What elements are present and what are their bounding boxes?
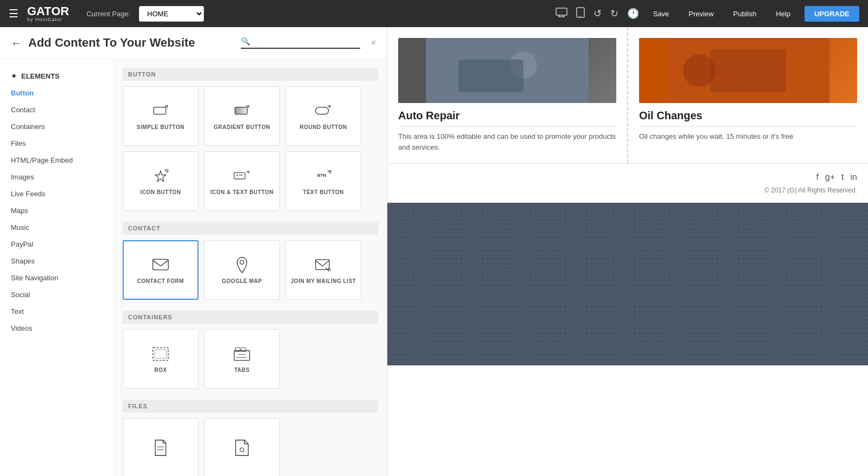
containers-section: CONTAINERS BOX <box>123 311 378 389</box>
tablet-icon[interactable] <box>576 7 585 21</box>
preview-inner: Auto Repair This area is 100% editable a… <box>387 27 868 476</box>
icon-text-button-icon <box>233 168 251 185</box>
svg-marker-15 <box>237 174 238 176</box>
search-input[interactable] <box>253 37 351 46</box>
preview-heading-1: Auto Repair <box>398 110 616 127</box>
sidebar-item-live-feeds[interactable]: Live Feeds <box>0 185 113 202</box>
file1-card[interactable] <box>123 418 199 476</box>
icon-button-label: ICON BUTTON <box>141 189 181 195</box>
files-section-label: FILES <box>123 400 378 413</box>
contact-section-label: CONTACT <box>123 222 378 235</box>
sidebar-item-social[interactable]: Social <box>0 286 113 303</box>
round-button-label: ROUND BUTTON <box>300 124 347 130</box>
svg-rect-39 <box>710 49 786 92</box>
sidebar: ✦ ELEMENTS Button Contact Containers Fil… <box>0 59 114 476</box>
facebook-icon[interactable]: f <box>816 172 818 182</box>
save-button[interactable]: Save <box>648 7 675 21</box>
round-button-card[interactable]: ROUND BUTTON <box>285 86 361 146</box>
svg-point-21 <box>240 260 244 264</box>
svg-line-13 <box>165 170 168 173</box>
preview-button[interactable]: Preview <box>683 7 719 21</box>
website-preview: Auto Repair This area is 100% editable a… <box>387 27 868 476</box>
icon-button-card[interactable]: ICON BUTTON <box>123 151 199 211</box>
desktop-icon[interactable] <box>556 8 567 20</box>
tabs-label: TABS <box>234 367 250 373</box>
text-button-label: TEXT BUTTON <box>303 189 343 195</box>
file2-icon <box>233 439 251 456</box>
svg-rect-27 <box>234 350 250 360</box>
main-layout: ← Add Content To Your Website 🔍 × ✦ ELEM… <box>0 0 868 476</box>
svg-rect-37 <box>458 60 524 92</box>
sidebar-item-maps[interactable]: Maps <box>0 202 113 219</box>
sidebar-item-music[interactable]: Music <box>0 219 113 236</box>
tabs-card[interactable]: TABS <box>204 329 280 389</box>
text-button-card[interactable]: BTN TEXT BUTTON <box>285 151 361 211</box>
preview-heading-2: Oil Changes <box>639 110 857 127</box>
google-map-label: GOOGLE MAP <box>222 278 262 284</box>
sidebar-item-text[interactable]: Text <box>0 303 113 320</box>
sidebar-item-shapes[interactable]: Shapes <box>0 253 113 269</box>
close-icon[interactable]: × <box>371 38 376 48</box>
svg-point-40 <box>683 54 716 87</box>
sidebar-item-containers[interactable]: Containers <box>0 118 113 135</box>
publish-button[interactable]: Publish <box>728 7 762 21</box>
googleplus-icon[interactable]: g+ <box>825 172 835 182</box>
sidebar-item-files[interactable]: Files <box>0 135 113 152</box>
preview-footer: f g+ t in © 2017 (G) All Rights Reserved… <box>387 163 868 203</box>
contact-form-label: CONTACT FORM <box>137 278 184 284</box>
containers-section-label: CONTAINERS <box>123 311 378 324</box>
sidebar-item-paypal[interactable]: PayPal <box>0 236 113 253</box>
svg-line-17 <box>247 171 249 173</box>
file2-card[interactable] <box>204 418 280 476</box>
svg-rect-6 <box>154 107 165 114</box>
svg-rect-22 <box>316 259 329 269</box>
current-page-label: Current Page: <box>86 10 130 18</box>
mailing-list-card[interactable]: JOIN MY MAILING LIST <box>285 240 361 300</box>
contact-items-grid: CONTACT FORM GOOGLE MAP <box>123 240 378 300</box>
svg-line-19 <box>328 170 331 173</box>
icon-text-button-card[interactable]: ICON & TEXT BUTTON <box>204 151 280 211</box>
svg-rect-29 <box>241 348 246 351</box>
gradient-button-card[interactable]: GRADIENT BUTTON <box>204 86 280 146</box>
gradient-button-label: GRADIENT BUTTON <box>214 124 270 130</box>
svg-rect-10 <box>316 107 329 114</box>
box-card[interactable]: BOX <box>123 329 199 389</box>
svg-rect-0 <box>556 8 567 15</box>
panel-body: ✦ ELEMENTS Button Contact Containers Fil… <box>0 59 387 476</box>
history-icon[interactable]: 🕐 <box>627 8 639 20</box>
icon-button-icon <box>152 168 169 185</box>
button-section: BUTTON SIMPLE BUTTON <box>123 68 378 211</box>
page-select[interactable]: HOME ABOUT CONTACT <box>139 6 204 22</box>
sidebar-item-button[interactable]: Button <box>0 85 113 101</box>
sidebar-section-title: ✦ ELEMENTS <box>0 68 113 85</box>
twitter-icon[interactable]: t <box>841 172 844 182</box>
sidebar-item-images[interactable]: Images <box>0 169 113 185</box>
nav-icon-group: ↺ ↻ 🕐 <box>556 7 639 21</box>
google-map-card[interactable]: GOOGLE MAP <box>204 240 280 300</box>
content-area: BUTTON SIMPLE BUTTON <box>114 59 387 476</box>
sidebar-item-contact[interactable]: Contact <box>0 101 113 118</box>
sidebar-item-html[interactable]: HTML/Page Embed <box>0 152 113 169</box>
hamburger-icon[interactable]: ☰ <box>9 7 18 20</box>
simple-button-icon <box>152 102 169 120</box>
svg-rect-8 <box>235 107 247 114</box>
mailing-list-label: JOIN MY MAILING LIST <box>291 278 356 284</box>
tabs-icon <box>233 345 251 363</box>
upgrade-button[interactable]: UPGRADE <box>805 6 859 22</box>
copyright-text: © 2017 (G) All Rights Reserved. <box>398 186 857 194</box>
contact-form-card[interactable]: CONTACT FORM <box>123 240 199 300</box>
panel-title: Add Content To Your Website <box>28 36 234 50</box>
sidebar-item-site-navigation[interactable]: Site Navigation <box>0 269 113 286</box>
simple-button-card[interactable]: SIMPLE BUTTON <box>123 86 199 146</box>
svg-rect-20 <box>153 259 168 270</box>
gradient-button-icon <box>233 102 251 120</box>
undo-icon[interactable]: ↺ <box>593 8 602 20</box>
sidebar-item-videos[interactable]: Videos <box>0 320 113 337</box>
redo-icon[interactable]: ↻ <box>610 8 618 20</box>
help-button[interactable]: Help <box>770 7 796 21</box>
linkedin-icon[interactable]: in <box>851 172 857 182</box>
contact-section: CONTACT CONTACT FORM <box>123 222 378 300</box>
back-arrow-icon[interactable]: ← <box>11 37 22 49</box>
top-nav: ☰ GATORby HostGator Current Page: HOME A… <box>0 0 868 27</box>
text-button-icon: BTN <box>315 168 332 185</box>
